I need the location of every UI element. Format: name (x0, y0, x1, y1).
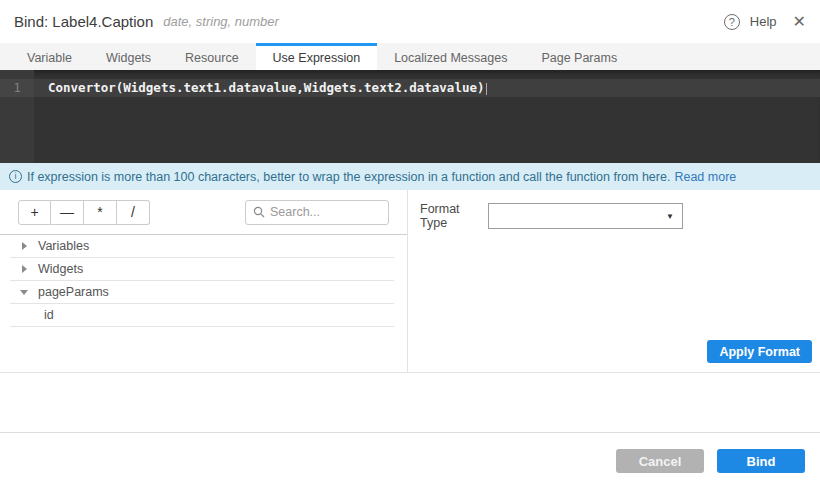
tab-variable[interactable]: Variable (10, 43, 89, 70)
tab-use-expression[interactable]: Use Expression (256, 43, 378, 70)
close-icon[interactable]: ✕ (793, 14, 806, 30)
format-type-row: Format Type ▼ (408, 190, 820, 230)
format-type-label: Format Type (420, 202, 488, 230)
info-message: If expression is more than 100 character… (27, 170, 670, 184)
editor-gutter: 1 (0, 70, 34, 163)
expression-text: Convertor(Widgets.text1.datavalue,Widget… (48, 80, 485, 95)
dialog-title: Bind: Label4.Caption (14, 13, 153, 30)
bind-button[interactable]: Bind (717, 449, 805, 473)
expression-code-line[interactable]: Convertor(Widgets.text1.datavalue,Widget… (34, 79, 820, 97)
binding-tree: Variables Widgets pageParams id (0, 234, 407, 327)
help-icon[interactable]: ? (724, 14, 740, 30)
plus-operator-button[interactable]: + (18, 200, 51, 225)
minus-operator-button[interactable]: — (51, 200, 84, 225)
search-icon (253, 206, 265, 218)
chevron-right-icon[interactable] (16, 242, 32, 250)
editor-code-area[interactable]: Convertor(Widgets.text1.datavalue,Widget… (34, 70, 820, 163)
format-type-select[interactable]: ▼ (488, 203, 683, 229)
text-cursor (486, 83, 487, 95)
read-more-link[interactable]: Read more (674, 170, 736, 184)
apply-format-button[interactable]: Apply Format (707, 340, 812, 363)
main-panel: + — * / Variables (0, 190, 820, 373)
header-actions: ? Help ✕ (724, 14, 806, 30)
info-bar: i If expression is more than 100 charact… (0, 163, 820, 190)
search-input[interactable] (270, 205, 381, 219)
tab-resource[interactable]: Resource (168, 43, 256, 70)
expression-builder-pane: + — * / Variables (0, 190, 408, 372)
help-button[interactable]: Help (750, 14, 777, 29)
line-number: 1 (0, 79, 34, 97)
dropdown-caret-icon: ▼ (666, 212, 674, 221)
tree-item-id[interactable]: id (10, 304, 394, 327)
search-box[interactable] (245, 200, 389, 225)
chevron-right-icon[interactable] (16, 265, 32, 273)
divide-operator-button[interactable]: / (117, 200, 150, 225)
multiply-operator-button[interactable]: * (84, 200, 117, 225)
expression-editor[interactable]: 1 Convertor(Widgets.text1.datavalue,Widg… (0, 70, 820, 163)
dialog-header: Bind: Label4.Caption date, string, numbe… (0, 0, 820, 43)
format-pane: Format Type ▼ Apply Format (408, 190, 820, 372)
tab-bar: Variable Widgets Resource Use Expression… (0, 43, 820, 70)
controls-row: + — * / (0, 190, 407, 234)
dialog-footer: Cancel Bind (0, 433, 820, 491)
tree-item-variables[interactable]: Variables (10, 235, 394, 258)
dialog-subtitle: date, string, number (163, 14, 279, 29)
empty-strip (0, 373, 820, 433)
cancel-button[interactable]: Cancel (616, 449, 704, 473)
bind-dialog: Bind: Label4.Caption date, string, numbe… (0, 0, 820, 491)
tab-page-params[interactable]: Page Params (524, 43, 634, 70)
tree-item-pageparams[interactable]: pageParams (10, 281, 394, 304)
tab-widgets[interactable]: Widgets (89, 43, 168, 70)
chevron-down-icon[interactable] (16, 290, 32, 295)
operator-button-group: + — * / (18, 200, 150, 225)
tree-item-widgets[interactable]: Widgets (10, 258, 394, 281)
tab-localized-messages[interactable]: Localized Messages (377, 43, 524, 70)
info-icon: i (9, 170, 22, 183)
